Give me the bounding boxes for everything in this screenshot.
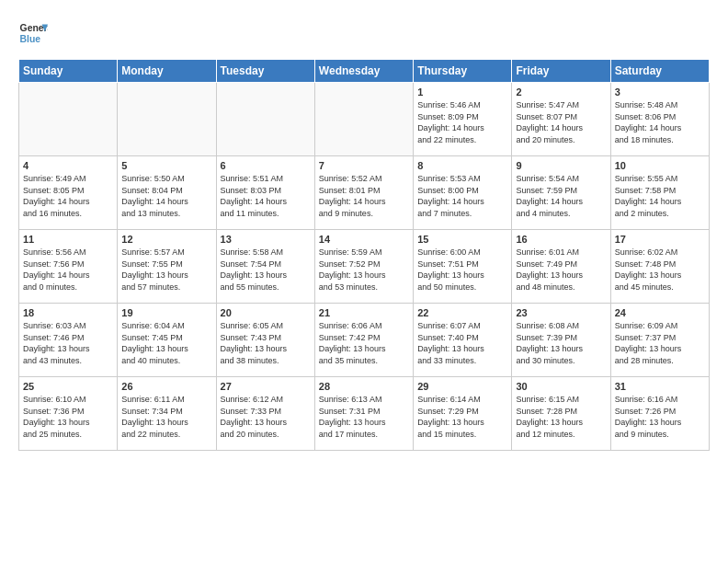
calendar-cell: 15Sunrise: 6:00 AM Sunset: 7:51 PM Dayli… xyxy=(414,230,512,304)
day-number: 21 xyxy=(319,307,409,318)
day-number: 14 xyxy=(319,234,409,245)
calendar-cell: 20Sunrise: 6:05 AM Sunset: 7:43 PM Dayli… xyxy=(216,304,314,377)
day-info: Sunrise: 5:57 AM Sunset: 7:55 PM Dayligh… xyxy=(121,247,211,293)
calendar-cell: 27Sunrise: 6:12 AM Sunset: 7:33 PM Dayli… xyxy=(216,377,314,451)
day-number: 6 xyxy=(221,160,311,171)
calendar-cell: 3Sunrise: 5:48 AM Sunset: 8:06 PM Daylig… xyxy=(610,83,709,156)
day-number: 9 xyxy=(516,160,606,171)
calendar-table: SundayMondayTuesdayWednesdayThursdayFrid… xyxy=(18,59,710,451)
day-info: Sunrise: 5:56 AM Sunset: 7:56 PM Dayligh… xyxy=(23,247,113,293)
day-number: 7 xyxy=(319,160,409,171)
day-number: 18 xyxy=(23,307,113,318)
day-number: 15 xyxy=(417,234,507,245)
calendar-header-sunday: Sunday xyxy=(19,60,118,83)
day-number: 28 xyxy=(319,381,409,392)
day-number: 11 xyxy=(23,234,113,245)
day-info: Sunrise: 6:05 AM Sunset: 7:43 PM Dayligh… xyxy=(221,320,311,366)
calendar-cell: 29Sunrise: 6:14 AM Sunset: 7:29 PM Dayli… xyxy=(414,377,512,451)
day-number: 5 xyxy=(121,160,211,171)
calendar-cell: 5Sunrise: 5:50 AM Sunset: 8:04 PM Daylig… xyxy=(118,156,216,230)
calendar-cell: 24Sunrise: 6:09 AM Sunset: 7:37 PM Dayli… xyxy=(610,304,709,377)
day-info: Sunrise: 5:48 AM Sunset: 8:06 PM Dayligh… xyxy=(615,99,705,145)
calendar-header-wednesday: Wednesday xyxy=(314,60,413,83)
day-info: Sunrise: 6:00 AM Sunset: 7:51 PM Dayligh… xyxy=(417,247,507,293)
day-number: 17 xyxy=(615,234,705,245)
day-info: Sunrise: 6:09 AM Sunset: 7:37 PM Dayligh… xyxy=(615,320,705,366)
calendar-cell: 4Sunrise: 5:49 AM Sunset: 8:05 PM Daylig… xyxy=(19,156,118,230)
day-number: 1 xyxy=(417,86,507,98)
day-number: 3 xyxy=(615,86,705,98)
day-info: Sunrise: 6:07 AM Sunset: 7:40 PM Dayligh… xyxy=(417,320,507,366)
calendar-cell: 23Sunrise: 6:08 AM Sunset: 7:39 PM Dayli… xyxy=(512,304,610,377)
day-info: Sunrise: 5:49 AM Sunset: 8:05 PM Dayligh… xyxy=(23,173,113,219)
logo: General Blue xyxy=(18,18,48,48)
calendar-cell: 11Sunrise: 5:56 AM Sunset: 7:56 PM Dayli… xyxy=(19,230,118,304)
calendar-cell: 26Sunrise: 6:11 AM Sunset: 7:34 PM Dayli… xyxy=(118,377,216,451)
day-info: Sunrise: 6:12 AM Sunset: 7:33 PM Dayligh… xyxy=(221,394,311,440)
page-container: General Blue SundayMondayTuesdayWednesda… xyxy=(0,0,728,460)
calendar-cell xyxy=(216,83,314,156)
day-info: Sunrise: 5:46 AM Sunset: 8:09 PM Dayligh… xyxy=(417,99,507,145)
day-info: Sunrise: 6:14 AM Sunset: 7:29 PM Dayligh… xyxy=(417,394,507,440)
day-number: 25 xyxy=(23,381,113,392)
calendar-cell: 8Sunrise: 5:53 AM Sunset: 8:00 PM Daylig… xyxy=(414,156,512,230)
day-number: 29 xyxy=(417,381,507,392)
calendar-week-3: 11Sunrise: 5:56 AM Sunset: 7:56 PM Dayli… xyxy=(19,230,710,304)
calendar-week-2: 4Sunrise: 5:49 AM Sunset: 8:05 PM Daylig… xyxy=(19,156,710,230)
day-number: 23 xyxy=(516,307,606,318)
calendar-cell: 18Sunrise: 6:03 AM Sunset: 7:46 PM Dayli… xyxy=(19,304,118,377)
day-info: Sunrise: 6:11 AM Sunset: 7:34 PM Dayligh… xyxy=(121,394,211,440)
day-info: Sunrise: 5:47 AM Sunset: 8:07 PM Dayligh… xyxy=(516,99,606,145)
calendar-header-row: SundayMondayTuesdayWednesdayThursdayFrid… xyxy=(19,60,710,83)
logo-icon: General Blue xyxy=(18,18,48,48)
calendar-header-saturday: Saturday xyxy=(610,60,709,83)
day-info: Sunrise: 6:01 AM Sunset: 7:49 PM Dayligh… xyxy=(516,247,606,293)
day-number: 8 xyxy=(417,160,507,171)
calendar-week-5: 25Sunrise: 6:10 AM Sunset: 7:36 PM Dayli… xyxy=(19,377,710,451)
calendar-cell: 10Sunrise: 5:55 AM Sunset: 7:58 PM Dayli… xyxy=(610,156,709,230)
day-info: Sunrise: 6:04 AM Sunset: 7:45 PM Dayligh… xyxy=(121,320,211,366)
calendar-cell: 7Sunrise: 5:52 AM Sunset: 8:01 PM Daylig… xyxy=(314,156,413,230)
day-info: Sunrise: 5:54 AM Sunset: 7:59 PM Dayligh… xyxy=(516,173,606,219)
day-info: Sunrise: 6:06 AM Sunset: 7:42 PM Dayligh… xyxy=(319,320,409,366)
day-number: 12 xyxy=(121,234,211,245)
calendar-cell: 21Sunrise: 6:06 AM Sunset: 7:42 PM Dayli… xyxy=(314,304,413,377)
calendar-cell: 22Sunrise: 6:07 AM Sunset: 7:40 PM Dayli… xyxy=(414,304,512,377)
day-number: 31 xyxy=(615,381,705,392)
day-info: Sunrise: 6:10 AM Sunset: 7:36 PM Dayligh… xyxy=(23,394,113,440)
calendar-cell: 1Sunrise: 5:46 AM Sunset: 8:09 PM Daylig… xyxy=(414,83,512,156)
day-info: Sunrise: 6:15 AM Sunset: 7:28 PM Dayligh… xyxy=(516,394,606,440)
calendar-cell xyxy=(19,83,118,156)
calendar-cell: 13Sunrise: 5:58 AM Sunset: 7:54 PM Dayli… xyxy=(216,230,314,304)
day-number: 26 xyxy=(121,381,211,392)
calendar-cell: 31Sunrise: 6:16 AM Sunset: 7:26 PM Dayli… xyxy=(610,377,709,451)
calendar-cell: 28Sunrise: 6:13 AM Sunset: 7:31 PM Dayli… xyxy=(314,377,413,451)
day-info: Sunrise: 5:58 AM Sunset: 7:54 PM Dayligh… xyxy=(221,247,311,293)
day-number: 4 xyxy=(23,160,113,171)
day-number: 13 xyxy=(221,234,311,245)
day-info: Sunrise: 6:03 AM Sunset: 7:46 PM Dayligh… xyxy=(23,320,113,366)
calendar-header-monday: Monday xyxy=(118,60,216,83)
day-info: Sunrise: 5:51 AM Sunset: 8:03 PM Dayligh… xyxy=(221,173,311,219)
day-number: 16 xyxy=(516,234,606,245)
calendar-cell: 2Sunrise: 5:47 AM Sunset: 8:07 PM Daylig… xyxy=(512,83,610,156)
calendar-cell: 12Sunrise: 5:57 AM Sunset: 7:55 PM Dayli… xyxy=(118,230,216,304)
day-info: Sunrise: 6:13 AM Sunset: 7:31 PM Dayligh… xyxy=(319,394,409,440)
day-info: Sunrise: 6:02 AM Sunset: 7:48 PM Dayligh… xyxy=(615,247,705,293)
page-header: General Blue xyxy=(18,18,710,48)
day-number: 10 xyxy=(615,160,705,171)
day-info: Sunrise: 5:52 AM Sunset: 8:01 PM Dayligh… xyxy=(319,173,409,219)
day-number: 22 xyxy=(417,307,507,318)
calendar-week-1: 1Sunrise: 5:46 AM Sunset: 8:09 PM Daylig… xyxy=(19,83,710,156)
day-number: 19 xyxy=(121,307,211,318)
calendar-header-thursday: Thursday xyxy=(414,60,512,83)
day-number: 20 xyxy=(221,307,311,318)
calendar-cell: 19Sunrise: 6:04 AM Sunset: 7:45 PM Dayli… xyxy=(118,304,216,377)
calendar-header-tuesday: Tuesday xyxy=(216,60,314,83)
svg-text:Blue: Blue xyxy=(20,34,41,44)
day-number: 30 xyxy=(516,381,606,392)
day-info: Sunrise: 5:59 AM Sunset: 7:52 PM Dayligh… xyxy=(319,247,409,293)
calendar-cell xyxy=(118,83,216,156)
day-info: Sunrise: 6:16 AM Sunset: 7:26 PM Dayligh… xyxy=(615,394,705,440)
calendar-week-4: 18Sunrise: 6:03 AM Sunset: 7:46 PM Dayli… xyxy=(19,304,710,377)
